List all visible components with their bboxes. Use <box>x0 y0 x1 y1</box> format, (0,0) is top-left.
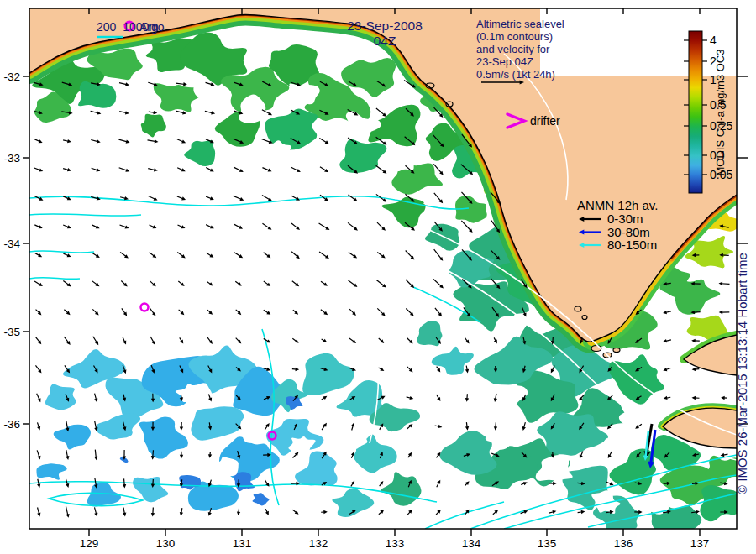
x-tick-label: 131 <box>233 537 252 550</box>
island <box>582 316 587 320</box>
info-line-1: Altimetric sealevel <box>476 18 564 30</box>
y-tick-label: -35 <box>3 326 20 338</box>
colorbar-tick-label: 0.25 <box>710 119 732 133</box>
colorbar-tick-label: 1 <box>710 73 717 86</box>
colorbar-tick-label: 4 <box>710 34 717 47</box>
x-tick-label: 136 <box>614 537 633 550</box>
credit-text: © IMOS 26-Mar-2015 13:13:14 Hobart time <box>735 253 749 494</box>
x-tick-label: 132 <box>309 537 328 550</box>
date-title-line2: 04Z <box>374 34 396 48</box>
info-line-5: 0.5m/s (1kt 24h) <box>476 68 555 81</box>
anmn-item-label: 0-30m <box>607 212 643 226</box>
x-tick-label: 129 <box>80 537 99 550</box>
colorbar-tick-label: 2 <box>710 55 717 68</box>
island <box>613 348 620 353</box>
colorbar-tick-label: 0.1 <box>710 149 727 162</box>
info-line-3: and velocity for <box>476 43 550 55</box>
y-tick-label: -36 <box>3 418 20 431</box>
x-tick-label: 135 <box>538 537 557 550</box>
info-line-2: (0.1m contours) <box>476 30 553 43</box>
y-tick-label: -33 <box>3 152 20 165</box>
x-tick-label: 133 <box>386 537 405 550</box>
island <box>575 306 581 311</box>
colorbar-gradient-bar <box>689 31 702 193</box>
x-tick-label: 134 <box>462 537 481 550</box>
y-tick-label: -32 <box>3 71 20 83</box>
y-tick-label: -34 <box>3 238 20 250</box>
x-tick-label: 130 <box>156 537 176 550</box>
date-title-line1: 23-Sep-2008 <box>347 18 423 33</box>
anmn-item-label: 80-150m <box>607 238 657 252</box>
argo-legend-label: Argo <box>139 20 165 34</box>
map-canvas: 129130131132133134135136137-32-33-34-35-… <box>0 0 756 554</box>
anmn-item-label: 30-80m <box>607 225 650 239</box>
x-tick-label: 137 <box>690 537 710 550</box>
drifter-legend-label: drifter <box>530 114 560 128</box>
info-line-4: 23-Sep 04Z <box>476 55 533 68</box>
colorbar-tick-label: 0.5 <box>710 98 727 112</box>
anmn-legend-title: ANMN 12h av. <box>577 198 658 212</box>
colorbar-tick-label: 0.05 <box>710 168 732 181</box>
oceanographic-map-figure: 129130131132133134135136137-32-33-34-35-… <box>0 0 756 554</box>
